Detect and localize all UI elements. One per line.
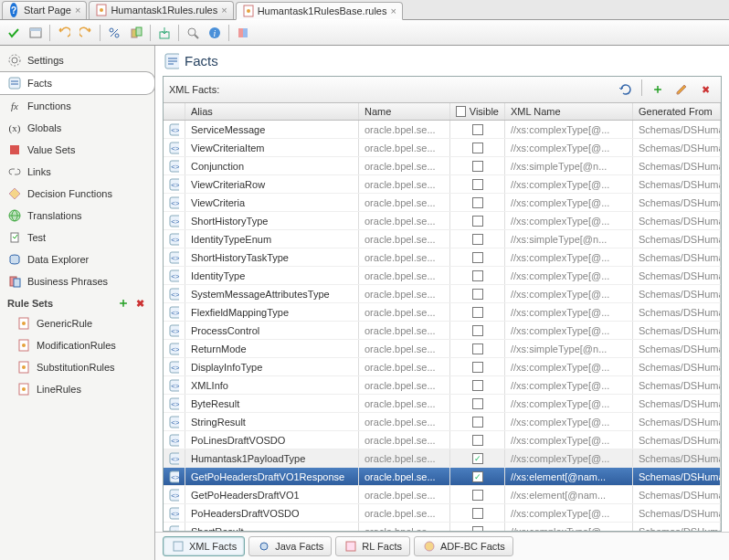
visible-checkbox[interactable]: [472, 325, 483, 336]
sidebar-item-business-phrases[interactable]: Business Phrases: [0, 270, 154, 292]
sidebar-item-functions[interactable]: fxFunctions: [0, 95, 154, 117]
sidebar-item-links[interactable]: Links: [0, 161, 154, 183]
visible-checkbox[interactable]: [472, 380, 483, 391]
visible-checkbox[interactable]: [472, 471, 483, 482]
table-row[interactable]: <>ShortHistoryTypeoracle.bpel.se...//xs:…: [164, 212, 721, 230]
visible-checkbox[interactable]: [472, 508, 483, 519]
visible-checkbox[interactable]: [472, 490, 483, 501]
table-row[interactable]: <>ServiceMessageoracle.bpel.se...//xs:co…: [164, 121, 721, 139]
cell-visible[interactable]: [450, 175, 505, 193]
col-name[interactable]: Name: [359, 103, 450, 120]
table-row[interactable]: <>ByteResultoracle.bpel.se...//xs:comple…: [164, 395, 721, 413]
undo-icon[interactable]: [54, 23, 74, 43]
sidebar-item-globals[interactable]: (x)Globals: [0, 117, 154, 139]
table-row[interactable]: <>ShortHistoryTaskTypeoracle.bpel.se.../…: [164, 248, 721, 267]
visible-checkbox[interactable]: [472, 307, 483, 318]
cell-visible[interactable]: [450, 230, 505, 248]
table-row[interactable]: <>Conjunctionoracle.bpel.se...//xs:simpl…: [164, 157, 721, 175]
import-icon[interactable]: [154, 23, 174, 43]
cell-visible[interactable]: [450, 194, 505, 211]
add-fact-icon[interactable]: ＋: [648, 79, 668, 100]
fact-tab-java-facts[interactable]: Java Facts: [248, 536, 332, 556]
cell-visible[interactable]: [450, 413, 505, 430]
fact-tab-adf-bc-facts[interactable]: ADF-BC Facts: [414, 536, 513, 556]
cell-visible[interactable]: [450, 486, 505, 503]
col-alias[interactable]: Alias: [185, 103, 359, 120]
sidebar-item-translations[interactable]: Translations: [0, 205, 154, 227]
col-visible[interactable]: Visible: [450, 103, 505, 120]
cell-visible[interactable]: [450, 267, 505, 284]
close-tab-icon[interactable]: ×: [75, 5, 80, 16]
cut-tree-icon[interactable]: [104, 23, 124, 43]
table-row[interactable]: <>ReturnModeoracle.bpel.se...//xs:simple…: [164, 340, 721, 358]
visible-checkbox[interactable]: [472, 234, 483, 245]
cell-visible[interactable]: [450, 303, 505, 321]
table-row[interactable]: <>PoLinesDraftVOSDOoracle.bpel.se...//xs…: [164, 431, 721, 449]
visible-checkbox[interactable]: [472, 289, 483, 300]
table-row[interactable]: <>ViewCriteriaoracle.bpel.se...//xs:comp…: [164, 194, 721, 212]
visible-checkbox[interactable]: [472, 179, 483, 190]
cell-visible[interactable]: [450, 523, 505, 531]
sidebar-item-decision-functions[interactable]: Decision Functions: [0, 183, 154, 205]
visible-checkbox[interactable]: [472, 453, 483, 464]
ruleset-item[interactable]: ModificationRules: [0, 334, 154, 356]
ruleset-item[interactable]: SubstitutionRules: [0, 356, 154, 378]
cell-visible[interactable]: [450, 468, 505, 485]
visible-checkbox[interactable]: [472, 398, 483, 409]
table-row[interactable]: <>XMLInfooracle.bpel.se...//xs:complexTy…: [164, 376, 721, 395]
edit-fact-icon[interactable]: [671, 79, 692, 100]
fact-tab-rl-facts[interactable]: RL Facts: [335, 536, 410, 556]
table-row[interactable]: <>GetPoHeadersDraftVO1Responseoracle.bpe…: [164, 468, 721, 486]
cell-visible[interactable]: [450, 376, 505, 394]
add-ruleset-icon[interactable]: ＋: [116, 296, 131, 311]
table-row[interactable]: <>DisplayInfoTypeoracle.bpel.se...//xs:c…: [164, 358, 721, 376]
close-tab-icon[interactable]: ×: [391, 5, 396, 16]
sidebar-item-settings[interactable]: Settings: [0, 49, 154, 71]
visible-checkbox[interactable]: [472, 526, 483, 532]
table-row[interactable]: <>GetPoHeadersDraftVO1oracle.bpel.se.../…: [164, 486, 721, 504]
table-row[interactable]: <>FlexfieldMappingTypeoracle.bpel.se.../…: [164, 303, 721, 322]
visible-checkbox[interactable]: [472, 252, 483, 263]
delete-fact-icon[interactable]: ✖: [695, 79, 715, 100]
table-row[interactable]: <>Humantask1PayloadTypeoracle.bpel.se...…: [164, 449, 721, 468]
validate-icon[interactable]: [4, 23, 24, 43]
table-row[interactable]: <>StringResultoracle.bpel.se...//xs:comp…: [164, 413, 721, 431]
visible-checkbox[interactable]: [472, 417, 483, 428]
cell-visible[interactable]: [450, 157, 505, 174]
visible-header-checkbox[interactable]: [456, 106, 466, 117]
visible-checkbox[interactable]: [472, 362, 483, 373]
cell-visible[interactable]: [450, 285, 505, 302]
visible-checkbox[interactable]: [472, 435, 483, 446]
sidebar-item-value-sets[interactable]: Value Sets: [0, 139, 154, 161]
cell-visible[interactable]: [450, 139, 505, 156]
sidebar-item-data-explorer[interactable]: Data Explorer: [0, 248, 154, 270]
file-tab[interactable]: Humantask1RulesBase.rules×: [236, 2, 403, 20]
dictionary-icon[interactable]: [233, 23, 253, 43]
table-row[interactable]: <>ShortResultoracle.bpel.se...//xs:compl…: [164, 523, 721, 531]
cell-visible[interactable]: [450, 322, 505, 339]
fact-tab-xml-facts[interactable]: XML Facts: [163, 536, 245, 556]
editor-icon[interactable]: [26, 23, 46, 43]
ruleset-item[interactable]: GenericRule: [0, 312, 154, 334]
redo-icon[interactable]: [76, 23, 96, 43]
visible-checkbox[interactable]: [472, 197, 483, 208]
cell-visible[interactable]: [450, 121, 505, 138]
table-row[interactable]: <>ProcessControloracle.bpel.se...//xs:co…: [164, 322, 721, 340]
paste-tree-icon[interactable]: [126, 23, 146, 43]
visible-checkbox[interactable]: [472, 124, 483, 135]
table-row[interactable]: <>PoHeadersDraftVOSDOoracle.bpel.se...//…: [164, 504, 721, 523]
table-row[interactable]: <>IdentityTypeEnumoracle.bpel.se...//xs:…: [164, 230, 721, 248]
cell-visible[interactable]: [450, 431, 505, 449]
table-row[interactable]: <>ViewCriteriaRoworacle.bpel.se...//xs:c…: [164, 175, 721, 194]
sidebar-item-test[interactable]: Test: [0, 227, 154, 248]
visible-checkbox[interactable]: [472, 161, 483, 172]
info-icon[interactable]: i: [205, 23, 225, 43]
remove-ruleset-icon[interactable]: ✖: [132, 296, 147, 311]
table-row[interactable]: <>ViewCriteriaItemoracle.bpel.se...//xs:…: [164, 139, 721, 157]
refresh-icon[interactable]: [616, 79, 636, 100]
visible-checkbox[interactable]: [472, 143, 483, 153]
table-row[interactable]: <>IdentityTypeoracle.bpel.se...//xs:comp…: [164, 267, 721, 285]
visible-checkbox[interactable]: [472, 216, 483, 227]
cell-visible[interactable]: [450, 248, 505, 266]
cell-visible[interactable]: [450, 212, 505, 229]
